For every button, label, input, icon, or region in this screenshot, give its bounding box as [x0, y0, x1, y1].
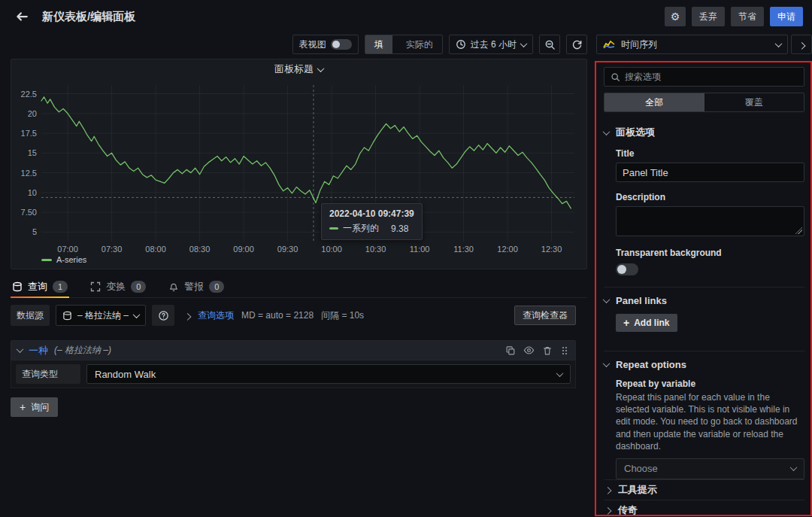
query-options-row: 查询选项 MD = auto = 2128 间隔 = 10s	[185, 309, 364, 322]
add-link-button[interactable]: + Add link	[616, 314, 677, 332]
svg-text:5: 5	[32, 227, 37, 236]
table-view-label: 表视图	[299, 38, 326, 51]
repeat-by-variable-label: Repeat by variable	[616, 379, 804, 389]
section-panel-links-label: Panel links	[616, 295, 667, 306]
section-tooltip-label: 工具提示	[618, 483, 657, 497]
query-options-link[interactable]: 查询选项	[198, 309, 234, 322]
transparent-bg-toggle[interactable]	[616, 263, 638, 275]
query-row-body: 查询类型 Random Walk	[11, 360, 576, 388]
chevron-down-icon	[790, 464, 798, 472]
chart-legend[interactable]: A-series	[41, 255, 586, 264]
description-field-label: Description	[616, 192, 804, 202]
svg-text:09:00: 09:00	[233, 245, 254, 254]
back-button[interactable]	[9, 4, 35, 29]
svg-text:11:00: 11:00	[410, 245, 430, 254]
chevron-down-icon	[603, 128, 611, 135]
bell-icon	[168, 281, 179, 292]
clock-icon	[456, 39, 466, 50]
header-actions: ⚙ 丢弃 节省 申请	[665, 7, 803, 26]
editor-tabs: 查询 1 变换 0 警报 0	[11, 275, 587, 298]
section-repeat-options[interactable]: Repeat options	[604, 359, 804, 370]
repeat-description: Repeat this panel for each value in the …	[616, 391, 804, 452]
resize-grip-icon[interactable]	[795, 227, 802, 234]
datasource-help-button[interactable]	[152, 305, 174, 326]
tab-alert-label: 警报	[184, 280, 204, 293]
panel-title-menu[interactable]: 面板标题	[11, 59, 586, 79]
svg-text:08:00: 08:00	[145, 245, 166, 254]
table-view-toggle[interactable]: 表视图	[292, 35, 359, 54]
query-row-header[interactable]: 一种 (– 格拉法纳 –)	[11, 340, 576, 360]
time-series-chart[interactable]: 57.501012.51517.52022.507:0007:3008:0008…	[14, 79, 582, 255]
section-legend[interactable]: 传奇	[604, 500, 804, 517]
tab-query[interactable]: 查询 1	[11, 275, 69, 297]
svg-text:12:00: 12:00	[497, 245, 518, 254]
toolbar-left: 表视图 填 实际的 过去 6 小时	[11, 35, 587, 54]
discard-button[interactable]: 丢弃	[692, 7, 725, 26]
svg-text:10:30: 10:30	[365, 245, 386, 254]
apply-button[interactable]: 申请	[770, 7, 803, 26]
options-search[interactable]	[604, 67, 804, 87]
zoom-out-icon	[544, 39, 556, 50]
query-row-datasource: (– 格拉法纳 –)	[54, 344, 111, 357]
transparent-bg-label: Transparent background	[616, 248, 804, 258]
panel-title: 面板标题	[274, 62, 314, 76]
visualization-picker[interactable]: 时间序列	[596, 35, 788, 54]
chevron-down-icon	[775, 40, 783, 47]
hide-query-icon[interactable]	[523, 345, 535, 356]
settings-button[interactable]: ⚙	[665, 7, 686, 26]
tab-query-count: 1	[53, 281, 68, 293]
database-icon	[62, 311, 72, 321]
svg-text:7.50: 7.50	[21, 208, 37, 217]
duplicate-query-icon[interactable]	[505, 345, 516, 356]
fill-option[interactable]: 填	[365, 35, 392, 53]
visualization-label: 时间序列	[621, 38, 657, 51]
tab-transform[interactable]: 变换 0	[89, 275, 147, 297]
svg-text:10:00: 10:00	[321, 245, 342, 254]
description-textarea[interactable]	[616, 206, 804, 236]
tab-all-options[interactable]: 全部	[604, 93, 704, 111]
svg-text:22.5: 22.5	[21, 90, 37, 99]
add-query-button[interactable]: + 询问	[11, 397, 58, 417]
time-range-picker[interactable]: 过去 6 小时	[449, 35, 533, 54]
chevron-right-icon	[604, 487, 612, 494]
tab-overrides[interactable]: 覆盖	[704, 93, 804, 111]
header-bar: 新仪表板/编辑面板 ⚙ 丢弃 节省 申请	[0, 0, 812, 33]
actual-option[interactable]: 实际的	[397, 35, 442, 53]
svg-text:07:00: 07:00	[57, 245, 78, 254]
collapsed-sections: 工具提示 传奇 图表样式 轴 标准选项	[604, 479, 804, 517]
section-panel-links[interactable]: Panel links	[604, 295, 804, 306]
tab-alert[interactable]: 警报 0	[167, 275, 226, 297]
drag-handle-icon[interactable]	[560, 345, 569, 356]
section-tooltip[interactable]: 工具提示	[604, 479, 804, 500]
tab-transform-label: 变换	[106, 280, 126, 293]
repeat-variable-select[interactable]: Choose	[616, 458, 804, 479]
query-ref-id[interactable]: 一种	[29, 344, 48, 357]
chevron-down-icon	[603, 360, 611, 367]
delete-query-icon[interactable]	[542, 345, 553, 356]
refresh-button[interactable]	[566, 35, 587, 54]
tab-transform-count: 0	[131, 281, 146, 293]
svg-text:20: 20	[28, 109, 37, 118]
tab-query-label: 查询	[28, 280, 47, 293]
section-panel-options[interactable]: 面板选项	[604, 126, 804, 139]
svg-text:17.5: 17.5	[21, 129, 37, 138]
edit-toolbar: 表视图 填 实际的 过去 6 小时	[0, 35, 812, 54]
zoom-out-button[interactable]	[539, 35, 560, 54]
repeat-variable-placeholder: Choose	[624, 463, 658, 474]
svg-text:12.5: 12.5	[21, 169, 37, 178]
plus-icon: +	[623, 318, 629, 328]
timeseries-viz-icon	[603, 40, 615, 49]
table-view-switch[interactable]	[331, 39, 352, 50]
chevron-down-icon	[133, 311, 141, 318]
save-button[interactable]: 节省	[731, 7, 764, 26]
add-query-label: 询问	[31, 401, 49, 414]
chevron-right-icon	[604, 507, 612, 515]
datasource-picker[interactable]: – 格拉法纳 –	[56, 305, 146, 326]
options-search-input[interactable]	[625, 71, 798, 82]
query-inspector-button[interactable]: 查询检查器	[514, 306, 576, 325]
chevron-down-icon	[603, 296, 611, 303]
query-type-select[interactable]: Random Walk	[86, 364, 571, 384]
collapse-options-pane-button[interactable]	[791, 35, 812, 54]
query-toolbar: 数据源 – 格拉法纳 – 查询选项 MD = auto = 2128 间隔 = …	[11, 305, 576, 326]
panel-title-input[interactable]	[616, 163, 804, 182]
